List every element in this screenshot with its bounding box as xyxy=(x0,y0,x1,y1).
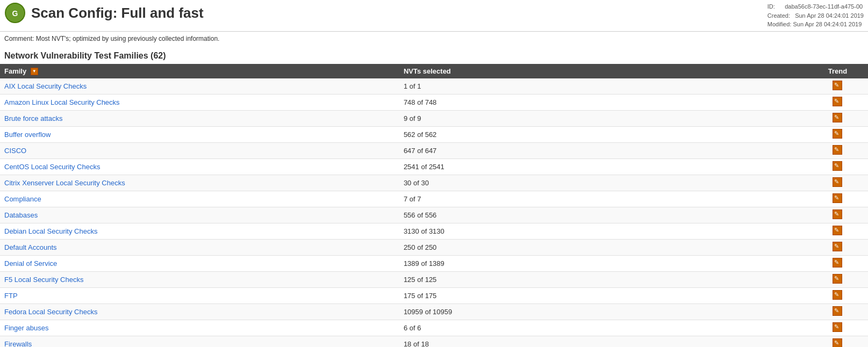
nvts-cell: 2541 of 2541 xyxy=(399,159,807,175)
family-cell[interactable]: F5 Local Security Checks xyxy=(0,272,399,288)
trend-icon[interactable] xyxy=(833,322,842,332)
trend-cell[interactable] xyxy=(807,207,868,223)
trend-icon[interactable] xyxy=(833,97,842,106)
table-row: CentOS Local Security Checks2541 of 2541 xyxy=(0,159,868,175)
page-comment: Comment: Most NVT's; optimized by using … xyxy=(0,32,868,46)
nvts-cell: 125 of 125 xyxy=(399,272,807,288)
trend-icon[interactable] xyxy=(833,209,842,219)
family-cell[interactable]: Buffer overflow xyxy=(0,127,399,143)
trend-cell[interactable] xyxy=(807,288,868,304)
family-link[interactable]: CISCO xyxy=(4,147,26,155)
trend-icon[interactable] xyxy=(833,129,842,139)
app-logo: G xyxy=(4,2,26,24)
trend-icon[interactable] xyxy=(833,113,842,122)
trend-cell[interactable] xyxy=(807,304,868,320)
nvts-cell: 7 of 7 xyxy=(399,191,807,207)
family-cell[interactable]: FTP xyxy=(0,288,399,304)
family-cell[interactable]: Finger abuses xyxy=(0,320,399,336)
nvts-header-label: NVTs selected xyxy=(404,67,451,75)
table-row: Debian Local Security Checks3130 of 3130 xyxy=(0,223,868,240)
trend-cell[interactable] xyxy=(807,95,868,111)
family-link[interactable]: Databases xyxy=(4,211,38,219)
family-cell[interactable]: Debian Local Security Checks xyxy=(0,223,399,240)
family-link[interactable]: CentOS Local Security Checks xyxy=(4,163,100,171)
trend-cell[interactable] xyxy=(807,336,868,347)
family-cell[interactable]: CISCO xyxy=(0,143,399,159)
trend-cell[interactable] xyxy=(807,159,868,175)
created-label: Created: xyxy=(767,12,790,19)
family-link[interactable]: Compliance xyxy=(4,195,41,203)
family-sort-icon[interactable] xyxy=(31,68,38,75)
trend-icon[interactable] xyxy=(833,177,842,187)
trend-icon[interactable] xyxy=(833,161,842,171)
nvts-cell: 30 of 30 xyxy=(399,175,807,191)
family-cell[interactable]: Amazon Linux Local Security Checks xyxy=(0,95,399,111)
trend-icon[interactable] xyxy=(833,306,842,316)
table-row: Buffer overflow562 of 562 xyxy=(0,127,868,143)
modified-value: Sun Apr 28 04:24:01 2019 xyxy=(793,21,862,27)
trend-cell[interactable] xyxy=(807,272,868,288)
id-label: ID: xyxy=(767,3,775,10)
family-link[interactable]: F5 Local Security Checks xyxy=(4,276,83,284)
table-row: Amazon Linux Local Security Checks748 of… xyxy=(0,95,868,111)
family-cell[interactable]: Databases xyxy=(0,207,399,223)
nvts-cell: 556 of 556 xyxy=(399,207,807,223)
trend-icon[interactable] xyxy=(833,274,842,284)
trend-icon[interactable] xyxy=(833,290,842,300)
family-link[interactable]: Default Accounts xyxy=(4,243,57,251)
trend-icon[interactable] xyxy=(833,258,842,268)
family-cell[interactable]: Brute force attacks xyxy=(0,111,399,127)
trend-cell[interactable] xyxy=(807,256,868,272)
family-cell[interactable]: Fedora Local Security Checks xyxy=(0,304,399,320)
table-row: Default Accounts250 of 250 xyxy=(0,240,868,256)
table-row: Firewalls18 of 18 xyxy=(0,336,868,347)
family-link[interactable]: Denial of Service xyxy=(4,259,57,268)
trend-cell[interactable] xyxy=(807,127,868,143)
trend-cell[interactable] xyxy=(807,175,868,191)
trend-header-label: Trend xyxy=(828,67,847,75)
nvts-cell: 6 of 6 xyxy=(399,320,807,336)
table-row: Compliance7 of 7 xyxy=(0,191,868,207)
table-row: F5 Local Security Checks125 of 125 xyxy=(0,272,868,288)
nvt-families-table: Family NVTs selected Trend AIX Local Sec… xyxy=(0,64,868,348)
nvts-cell: 175 of 175 xyxy=(399,288,807,304)
trend-icon[interactable] xyxy=(833,242,842,251)
family-link[interactable]: FTP xyxy=(4,292,18,300)
family-link[interactable]: Brute force attacks xyxy=(4,114,62,122)
created-value: Sun Apr 28 04:24:01 2019 xyxy=(795,12,864,19)
family-column-header[interactable]: Family xyxy=(0,64,399,79)
family-link[interactable]: Finger abuses xyxy=(4,324,48,332)
modified-label: Modified: xyxy=(767,21,792,27)
trend-icon[interactable] xyxy=(833,338,842,347)
table-row: Brute force attacks9 of 9 xyxy=(0,111,868,127)
trend-icon[interactable] xyxy=(833,145,842,155)
family-cell[interactable]: Firewalls xyxy=(0,336,399,347)
family-cell[interactable]: Citrix Xenserver Local Security Checks xyxy=(0,175,399,191)
trend-cell[interactable] xyxy=(807,111,868,127)
family-link[interactable]: Fedora Local Security Checks xyxy=(4,308,97,316)
family-link[interactable]: AIX Local Security Checks xyxy=(4,82,87,90)
svg-text:G: G xyxy=(12,9,18,18)
trend-icon[interactable] xyxy=(833,81,842,90)
trend-icon[interactable] xyxy=(833,193,842,203)
family-link[interactable]: Amazon Linux Local Security Checks xyxy=(4,98,120,106)
family-link[interactable]: Buffer overflow xyxy=(4,131,51,139)
trend-icon[interactable] xyxy=(833,226,842,235)
table-row: Citrix Xenserver Local Security Checks30… xyxy=(0,175,868,191)
trend-cell[interactable] xyxy=(807,240,868,256)
trend-cell[interactable] xyxy=(807,191,868,207)
family-cell[interactable]: Denial of Service xyxy=(0,256,399,272)
family-cell[interactable]: AIX Local Security Checks xyxy=(0,78,399,95)
family-link[interactable]: Citrix Xenserver Local Security Checks xyxy=(4,179,125,187)
trend-cell[interactable] xyxy=(807,223,868,240)
family-link[interactable]: Firewalls xyxy=(4,340,32,347)
trend-cell[interactable] xyxy=(807,78,868,95)
family-cell[interactable]: CentOS Local Security Checks xyxy=(0,159,399,175)
table-row: Databases556 of 556 xyxy=(0,207,868,223)
trend-cell[interactable] xyxy=(807,143,868,159)
trend-cell[interactable] xyxy=(807,320,868,336)
family-link[interactable]: Debian Local Security Checks xyxy=(4,227,97,235)
nvts-cell: 18 of 18 xyxy=(399,336,807,347)
family-cell[interactable]: Default Accounts xyxy=(0,240,399,256)
family-cell[interactable]: Compliance xyxy=(0,191,399,207)
